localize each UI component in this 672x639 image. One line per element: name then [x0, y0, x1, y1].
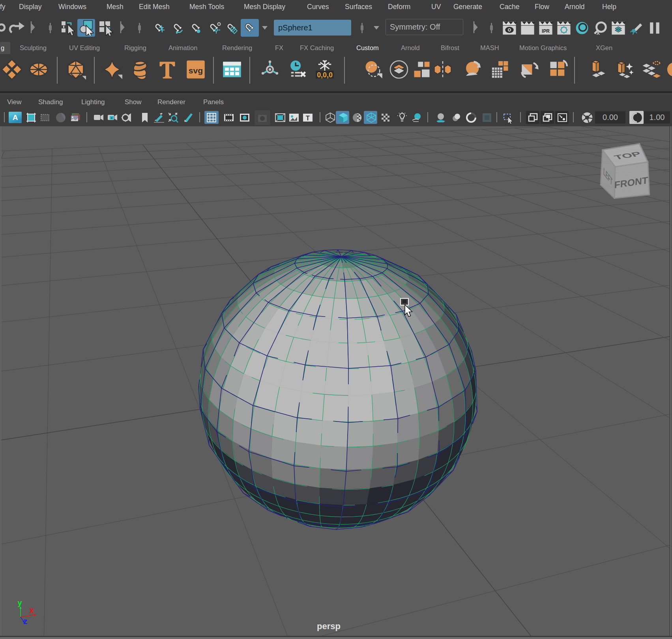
svg-text:y: y [17, 598, 22, 607]
svg-text:x: x [29, 606, 34, 615]
svg-text:T: T [306, 115, 310, 122]
svg-text:x: x [597, 29, 600, 36]
svg-text:IPR: IPR [542, 28, 550, 34]
svg-text:0,0,0: 0,0,0 [317, 71, 333, 79]
svg-text:svg: svg [189, 66, 203, 75]
svg-text:z: z [23, 617, 27, 626]
svg-text:persp: persp [317, 621, 341, 631]
